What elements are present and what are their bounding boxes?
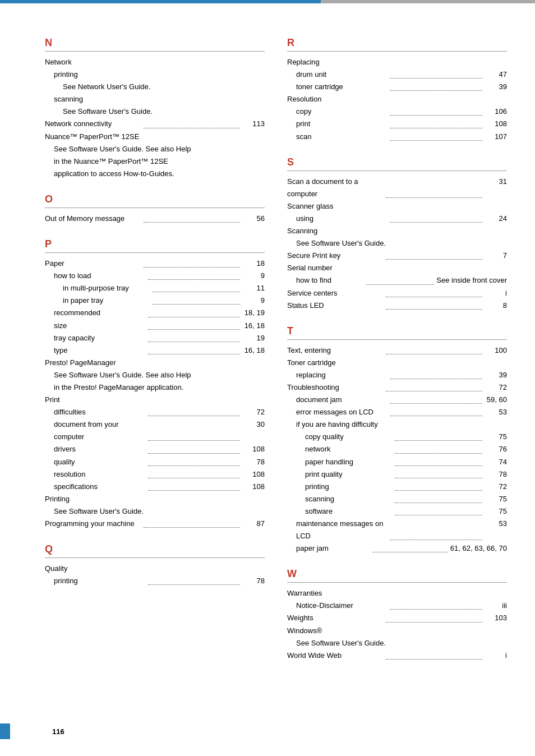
index-entry: copy quality75 [287,431,507,443]
entry-label: Notice-Disclaimer [287,600,388,612]
index-entry: scan107 [287,131,507,143]
entry-label: Status LED [287,299,384,312]
entry-label: in the Presto! PageManager application. [45,381,265,394]
entry-dots [386,622,482,623]
entry-label: See Software User's Guide. See also Help [45,369,265,381]
section-divider-P [45,252,265,253]
index-entry: Paper18 [45,257,265,270]
index-entry: Status LED8 [287,299,507,312]
index-entry: software75 [287,505,507,518]
entry-dots [395,478,482,478]
entry-label: using [287,213,388,225]
section-R: RReplacingdrum unit47toner cartridge39Re… [287,37,507,143]
entry-label: Resolution [287,93,507,105]
entry-page: 75 [485,431,507,443]
section-N: NNetworkprintingSee Network User's Guide… [45,37,265,180]
index-entry: paper handling74 [287,456,507,468]
index-entry: Toner cartridge [287,357,507,369]
entry-page: 9 [242,270,265,282]
section-header-R: R [287,37,507,49]
entry-page: 74 [485,456,507,468]
index-entry: print108 [287,118,507,130]
entry-label: print quality [287,468,393,481]
entry-label: Secure Print key [287,250,384,262]
entry-label: Printing [45,493,265,505]
entry-page: 47 [485,68,507,81]
section-divider-S [287,170,507,171]
index-entry: error messages on LCD53 [287,406,507,418]
entry-page: iii [485,600,507,612]
entry-page: 106 [485,105,507,118]
entry-label: Presto! PageManager [45,357,265,369]
entry-label: application to access How-to-Guides. [45,168,265,180]
index-entry: specifications108 [45,481,265,493]
entry-label: Paper [45,257,141,270]
entry-dots [148,490,240,491]
section-divider-T [287,339,507,340]
entry-page: 75 [485,493,507,505]
index-entry: Weights103 [287,612,507,624]
entry-dots [153,292,240,292]
entry-label: Scan a document to a computer [287,176,384,200]
entry-dots [390,379,482,379]
entry-label: software [287,505,393,518]
entry-page: 39 [485,369,507,381]
index-entry: copy106 [287,105,507,118]
index-entry: Printing [45,493,265,505]
entry-dots [144,222,240,223]
entry-dots [148,478,240,478]
index-entry: See Software User's Guide. [45,505,265,518]
entry-dots [390,403,482,404]
entry-dots [144,267,240,268]
entry-label: paper jam [287,542,371,555]
index-entry: Network [45,56,265,68]
entry-page: 31 [485,176,507,200]
entry-label: in paper tray [45,294,150,307]
index-entry: drivers108 [45,443,265,455]
entry-dots [373,552,448,552]
entry-page: 30 [242,418,265,443]
index-entry: See Software User's Guide. [45,105,265,118]
entry-dots [148,453,240,454]
entry-label: Scanning [287,225,507,237]
entry-page: 108 [485,118,507,130]
entry-label: how to load [45,270,146,282]
right-column: RReplacingdrum unit47toner cartridge39Re… [287,37,507,675]
entry-dots [386,297,482,297]
section-Q: QQualityprinting78 [45,543,265,587]
entry-dots [390,90,482,91]
index-entry: See Software User's Guide. [287,237,507,250]
entry-dots [386,309,482,310]
entry-page: 72 [242,406,265,418]
entry-label: Scanner glass [287,200,507,213]
index-entry: Troubleshooting72 [287,381,507,394]
entry-label: Out of Memory message [45,213,141,225]
entry-dots [148,342,240,342]
entry-dots [148,416,240,416]
entry-page: 78 [485,468,507,481]
index-entry: in paper tray9 [45,294,265,307]
page-footer: 116 [0,723,535,739]
index-entry: Secure Print key7 [287,250,507,262]
entry-page: 61, 62, 63, 66, 70 [450,542,507,555]
index-entry: Presto! PageManager [45,357,265,369]
index-entry: Network connectivity113 [45,118,265,130]
entry-page: 24 [485,213,507,225]
entry-page: i [485,649,507,662]
entry-label: Programming your machine [45,518,141,530]
section-header-N: N [45,37,265,49]
entry-dots [390,115,482,116]
index-entry: Windows® [287,625,507,637]
section-divider-Q [45,557,265,558]
footer-accent [0,723,10,739]
entry-label: Toner cartridge [287,357,507,369]
entry-dots [386,391,482,391]
index-entry: application to access How-to-Guides. [45,168,265,180]
entry-page: 19 [242,332,265,344]
entry-label: scanning [287,493,393,505]
entry-label: recommended [45,307,146,319]
index-entry: Quality [45,563,265,575]
entry-dots [148,465,240,466]
section-T: TText, entering100Toner cartridgereplaci… [287,325,507,555]
entry-label: network [287,443,393,455]
